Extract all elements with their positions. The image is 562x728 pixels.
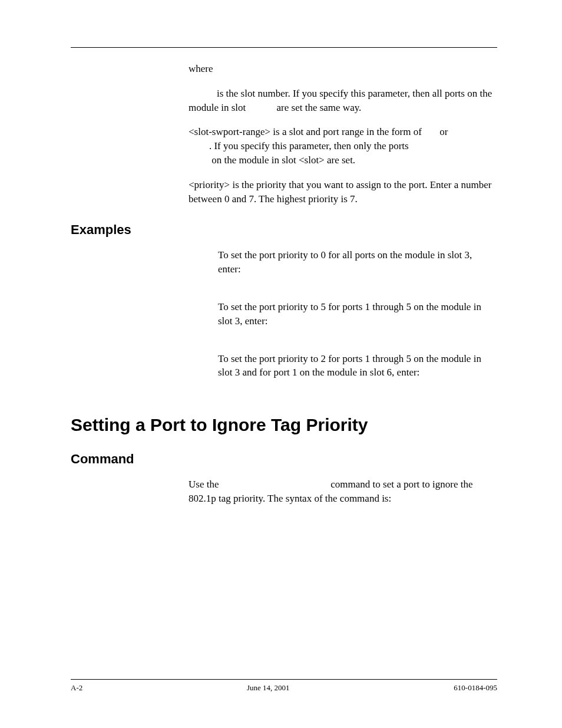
range-paragraph: <slot-swport-range> is a slot and port r… [189,125,497,167]
top-rule [71,47,497,48]
where-label: where [189,62,497,76]
footer-row: A-2 June 14, 2001 610-0184-095 [71,683,497,693]
example-2: To set the port priority to 5 for ports … [218,300,497,328]
priority-paragraph: <priority> is the priority that you want… [189,178,497,206]
range-text-c: on the module in slot <slot> are set. [211,154,355,166]
footer-right: 610-0184-095 [454,683,497,693]
cmd-use-b: command to set a port to ignore the 802.… [189,479,473,504]
slot-text-b: are set the same way. [277,102,362,113]
examples-heading: Examples [71,222,497,238]
setting-heading: Setting a Port to Ignore Tag Priority [71,415,497,435]
slot-paragraph: <slot> is the slot number. If you specif… [189,87,497,115]
range-text-a: <slot-swport-range> is a slot and port r… [189,126,422,137]
page: where <slot> is the slot number. If you … [0,0,562,728]
example-1: To set the port priority to 0 for all po… [218,248,497,276]
body-block: where <slot> is the slot number. If you … [189,62,497,206]
footer-rule [71,679,497,680]
range-text-b: . If you specify this parameter, then on… [209,140,409,151]
examples-block: To set the port priority to 0 for all po… [218,248,497,380]
command-paragraph: Use the set port ignore-tag-priority com… [189,477,497,506]
footer: A-2 June 14, 2001 610-0184-095 [71,679,497,693]
cmd-use-a: Use the [189,479,219,490]
command-body: Use the set port ignore-tag-priority com… [189,477,497,506]
range-or: or [439,126,448,137]
example-3: To set the port priority to 2 for ports … [218,352,497,380]
footer-center: June 14, 2001 [247,683,290,693]
footer-left: A-2 [71,683,82,693]
command-heading: Command [71,452,497,467]
